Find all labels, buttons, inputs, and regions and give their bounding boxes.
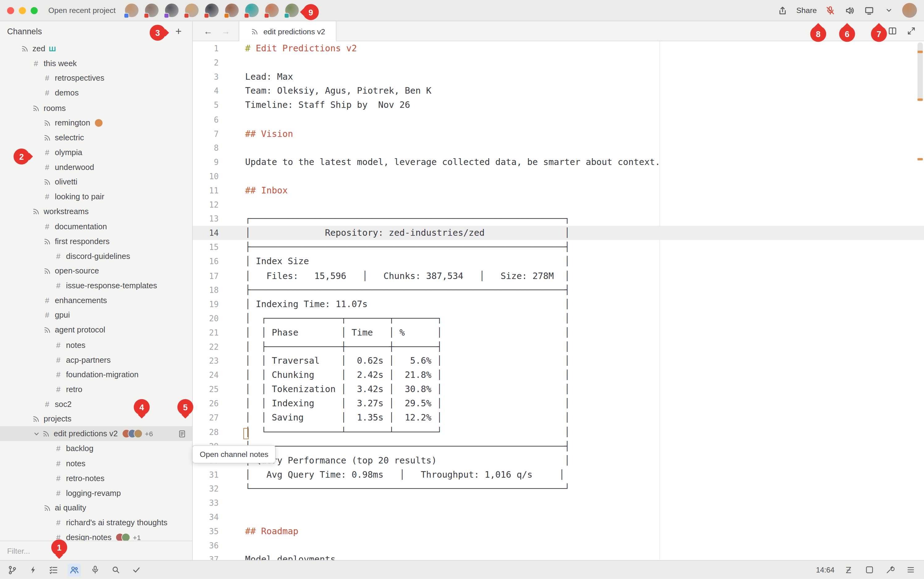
- search-icon[interactable]: [109, 563, 122, 576]
- code-line[interactable]: 5Timeline: Staff Ship by Nov 26: [193, 98, 924, 112]
- sidebar-item-olivetti[interactable]: olivetti: [0, 175, 192, 190]
- code-line[interactable]: 2: [193, 56, 924, 70]
- editor-surface[interactable]: 1# Edit Predictions v223Lead: Max4Team: …: [193, 41, 924, 560]
- close-window-button[interactable]: [7, 7, 14, 14]
- code-line[interactable]: 8: [193, 141, 924, 155]
- list-icon[interactable]: [904, 563, 917, 576]
- go-back-button[interactable]: ←: [201, 24, 215, 38]
- code-line[interactable]: 34: [193, 510, 924, 524]
- sidebar-item-notes[interactable]: #notes: [0, 456, 192, 471]
- sidebar-item-logging-revamp[interactable]: #logging-revamp: [0, 486, 192, 500]
- expand-icon[interactable]: [905, 25, 917, 37]
- sidebar-item-looking-to-pair[interactable]: #looking to pair: [0, 190, 192, 204]
- code-line[interactable]: 9Update to the latest model, leverage co…: [193, 155, 924, 169]
- code-line[interactable]: 18├─────────────────────────────────────…: [193, 283, 924, 297]
- sidebar-item-edit-predictions-v2[interactable]: edit predictions v2+6: [0, 426, 192, 441]
- sidebar-item-retro-notes[interactable]: #retro-notes: [0, 471, 192, 486]
- tasks-icon[interactable]: [130, 563, 143, 576]
- collaboration-panel-icon[interactable]: [68, 563, 81, 576]
- collaborator-avatar[interactable]: [165, 3, 179, 17]
- sidebar-item-design-notes[interactable]: #design-notes+1: [0, 530, 192, 541]
- sidebar-item-workstreams[interactable]: workstreams: [0, 204, 192, 219]
- code-line[interactable]: 15├─────────────────────────────────────…: [193, 240, 924, 254]
- checklist-icon[interactable]: [47, 563, 60, 576]
- sidebar-item-foundation-migration[interactable]: #foundation-migration: [0, 367, 192, 382]
- code-line[interactable]: 33: [193, 496, 924, 510]
- sidebar-item-demos[interactable]: #demos: [0, 85, 192, 100]
- collaborator-avatar[interactable]: [185, 3, 199, 17]
- collaborator-avatar[interactable]: [125, 3, 139, 17]
- code-line[interactable]: 13┌─────────────────────────────────────…: [193, 212, 924, 226]
- sidebar-item-gpui[interactable]: #gpui: [0, 308, 192, 323]
- sidebar-item-soc2[interactable]: #soc2: [0, 397, 192, 412]
- code-line[interactable]: 27│ │ Saving │ 1.35s │ 12.2% │ │: [193, 411, 924, 425]
- sidebar-item-enhancements[interactable]: #enhancements: [0, 293, 192, 308]
- sidebar-item-acp-partners[interactable]: #acp-partners: [0, 352, 192, 367]
- sidebar-item-projects[interactable]: projects: [0, 412, 192, 426]
- code-line[interactable]: 1# Edit Predictions v2: [193, 41, 924, 56]
- code-line[interactable]: 23│ │ Traversal │ 0.62s │ 5.6% │ │: [193, 354, 924, 368]
- sidebar-item-this-week[interactable]: #this week: [0, 56, 192, 71]
- collaborator-avatar[interactable]: [145, 3, 159, 17]
- microphone-icon[interactable]: [88, 563, 101, 576]
- code-line[interactable]: 3Lead: Max: [193, 70, 924, 84]
- collaborator-avatar[interactable]: [265, 3, 279, 17]
- code-line[interactable]: 28│ └──────────────┴────────┴────────┘ │: [193, 425, 924, 439]
- code-line[interactable]: 6: [193, 112, 924, 126]
- code-line[interactable]: 19│ Indexing Time: 11.07s │: [193, 297, 924, 311]
- sidebar-item-agent-protocol[interactable]: agent protocol: [0, 322, 192, 337]
- sidebar-item-backlog[interactable]: #backlog: [0, 441, 192, 456]
- speaker-icon[interactable]: [844, 4, 855, 16]
- sidebar-item-underwood[interactable]: #underwood: [0, 160, 192, 175]
- code-line[interactable]: 37Model deployments: [193, 553, 924, 560]
- split-pane-icon[interactable]: [886, 25, 898, 37]
- code-line[interactable]: 22│ ├──────────────┼────────┼────────┤ │: [193, 340, 924, 354]
- sidebar-item-discord-guidelines[interactable]: #discord-guidelines: [0, 249, 192, 263]
- code-line[interactable]: 7## Vision: [193, 126, 924, 141]
- channel-filter-input[interactable]: [7, 546, 185, 555]
- add-channel-button[interactable]: +: [172, 25, 185, 38]
- sidebar-item-rooms[interactable]: rooms: [0, 100, 192, 115]
- sidebar-item-remington[interactable]: remington: [0, 115, 192, 130]
- code-line[interactable]: 12: [193, 198, 924, 212]
- sidebar-item-retro[interactable]: #retro: [0, 382, 192, 397]
- mic-muted-icon[interactable]: [824, 4, 836, 16]
- sidebar-item-zed[interactable]: zedШ: [0, 41, 192, 56]
- code-line[interactable]: 14│ Repository: zed-industries/zed │: [193, 226, 924, 240]
- sidebar-item-first-responders[interactable]: first responders: [0, 234, 192, 249]
- code-line[interactable]: 17│ Files: 15,596 │ Chunks: 387,534 │ Si…: [193, 268, 924, 283]
- sidebar-item-issue-response-templates[interactable]: #issue-response-templates: [0, 278, 192, 293]
- diagnostics-icon[interactable]: [26, 563, 39, 576]
- cursor-position[interactable]: 14:64: [816, 566, 834, 574]
- edit-prediction-icon[interactable]: Ƶ: [842, 563, 855, 576]
- code-line[interactable]: 31│ Avg Query Time: 0.98ms │ Throughput:…: [193, 468, 924, 482]
- code-line[interactable]: 10: [193, 169, 924, 183]
- sidebar-item-selectric[interactable]: selectric: [0, 130, 192, 145]
- code-line[interactable]: 11## Inbox: [193, 183, 924, 198]
- collaborator-avatar[interactable]: [245, 3, 259, 17]
- collaborator-avatar[interactable]: [286, 3, 299, 17]
- screen-share-icon[interactable]: [863, 4, 875, 16]
- code-line[interactable]: 25│ │ Tokenization │ 3.42s │ 30.8% │ │: [193, 382, 924, 396]
- code-line[interactable]: 16│ Index Size │: [193, 254, 924, 268]
- go-forward-button[interactable]: →: [219, 24, 233, 38]
- sidebar-item-open-source[interactable]: open-source: [0, 263, 192, 278]
- code-line[interactable]: 21│ │ Phase │ Time │ % │ │: [193, 325, 924, 340]
- code-line[interactable]: 26│ │ Indexing │ 3.27s │ 29.5% │ │: [193, 396, 924, 411]
- chevron-down-icon[interactable]: [32, 430, 41, 437]
- sidebar-item-notes[interactable]: #notes: [0, 337, 192, 352]
- channel-notes-icon[interactable]: [178, 430, 186, 438]
- code-line[interactable]: 4Team: Oleksiy, Agus, Piotrek, Ben K: [193, 84, 924, 98]
- tools-icon[interactable]: [883, 563, 896, 576]
- code-line[interactable]: 36: [193, 538, 924, 553]
- tab-edit-predictions-v2[interactable]: edit predictions v2: [239, 21, 336, 41]
- sidebar-item-richard-s-ai-strategy-thoughts[interactable]: #richard's ai strategy thoughts: [0, 515, 192, 530]
- share-button[interactable]: Share: [796, 6, 816, 15]
- code-line[interactable]: 20│ ┌──────────────┬────────┬────────┐ │: [193, 311, 924, 325]
- user-avatar[interactable]: [902, 3, 917, 18]
- sidebar-item-documentation[interactable]: #documentation: [0, 219, 192, 234]
- code-line[interactable]: 32└─────────────────────────────────────…: [193, 482, 924, 496]
- code-line[interactable]: 35## Roadmap: [193, 524, 924, 538]
- open-recent-project-button[interactable]: Open recent project: [48, 6, 116, 15]
- code-line[interactable]: 29├─────────────────────────────────────…: [193, 439, 924, 453]
